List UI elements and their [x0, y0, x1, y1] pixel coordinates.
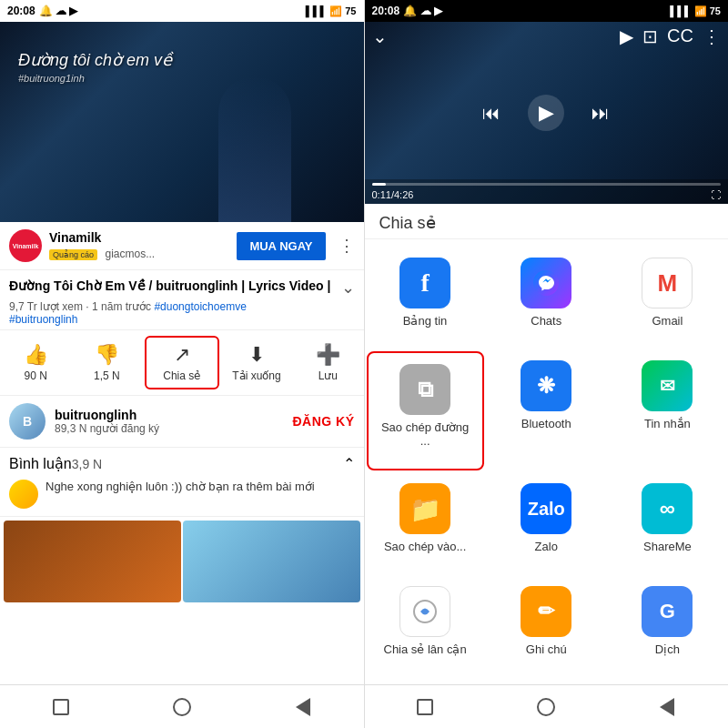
share-icon-nearby [399, 586, 450, 637]
share-header: Chia sẻ [365, 204, 729, 239]
share-icon-facebook: f [399, 258, 450, 308]
current-time: 0:11 [372, 189, 391, 200]
buy-now-button[interactable]: MUA NGAY [237, 232, 325, 260]
share-item-chats[interactable]: Chats [486, 247, 607, 349]
hashtag1[interactable]: #duongtoichoemve [154, 300, 246, 313]
channel-name[interactable]: buitruonglinh [55, 408, 292, 422]
fullscreen-icon[interactable]: ⛶ [711, 189, 721, 200]
ad-meta: Quảng cáo giacmos... [49, 245, 229, 261]
ad-handle: giacmos... [105, 248, 155, 260]
nav-square-icon [53, 699, 69, 715]
nav-square-button-right[interactable] [407, 689, 443, 725]
progress-bar[interactable] [372, 183, 722, 186]
dislike-button[interactable]: 👎 1,5 N [71, 338, 142, 388]
share-label-facebook: Bảng tin [403, 314, 447, 328]
share-label-nearby: Chia sẻ lân cận [384, 642, 467, 656]
download-icon: ⬇ [248, 343, 265, 367]
hashtag2[interactable]: #buitruonglinh [9, 313, 77, 326]
ad-tag: Quảng cáo [49, 249, 97, 260]
share-label-shareme: ShareMe [643, 540, 692, 553]
dislike-icon: 👎 [95, 343, 119, 367]
share-item-translate[interactable]: GDịch [607, 575, 728, 678]
nav-back-icon [296, 698, 310, 716]
share-label-copy-folder: Sao chép vào... [384, 540, 466, 553]
share-button[interactable]: ↗ Chia sẻ [145, 336, 219, 389]
nav-home-icon [173, 698, 191, 716]
ad-info: Vinamilk Quảng cáo giacmos... [49, 230, 229, 261]
player-minimize-icon[interactable]: ⌄ [372, 25, 388, 47]
share-item-zalo[interactable]: ZaloZalo [486, 472, 607, 575]
player-top-bar: ⌄ ▶ ⊡ CC ⋮ [365, 22, 729, 51]
player-more-icon[interactable]: ⋮ [703, 25, 721, 47]
share-icon-bluetooth: ❋ [521, 360, 571, 411]
comments-header: Bình luận 3,9 N ⌃ [9, 455, 355, 472]
nav-back-button[interactable] [285, 689, 321, 725]
share-item-bluetooth[interactable]: ❋Bluetooth [486, 349, 607, 473]
video-player[interactable]: ⌄ ▶ ⊡ CC ⋮ ⏮ ▶ ⏭ 0:11 [365, 22, 729, 204]
nav-home-icon-right [537, 698, 555, 716]
view-count: 9,7 Tr lượt xem · 1 năm trước [9, 300, 151, 313]
share-item-copy-link[interactable]: ⧉Sao chép đường ... [367, 351, 484, 471]
share-icon: ↗ [174, 343, 190, 367]
commenter-avatar [9, 480, 38, 509]
share-grid: fBảng tinChatsMGmail⧉Sao chép đường ...❋… [365, 239, 729, 684]
like-count: 90 N [24, 369, 46, 382]
thumbnail-row [0, 517, 364, 684]
status-time-left: 20:08 [7, 5, 35, 17]
share-item-nearby[interactable]: Chia sẻ lân cận [365, 575, 486, 678]
status-icons-left: 🔔 ☁ ▶ [39, 5, 78, 17]
player-right-controls: ▶ ⊡ CC ⋮ [620, 25, 721, 47]
share-item-facebook[interactable]: fBảng tin [365, 247, 486, 349]
subscribe-button[interactable]: ĐĂNG KÝ [292, 414, 354, 429]
status-time-right: 20:08 [372, 5, 400, 17]
share-item-notes[interactable]: ✏Ghi chú [486, 575, 607, 678]
status-right-left: ▌▌▌ 📶 75 [306, 5, 357, 17]
nav-square-icon-right [417, 699, 433, 715]
nav-bar-left [0, 684, 364, 728]
share-item-gmail[interactable]: MGmail [607, 247, 728, 349]
thumb-item-1[interactable] [4, 521, 181, 602]
thumb-item-2[interactable] [183, 521, 360, 602]
signal-icon: ▌▌▌ [306, 5, 327, 16]
nav-home-button-right[interactable] [528, 689, 564, 725]
share-icon-zalo: Zalo [521, 483, 571, 534]
share-label-copy-link: Sao chép đường ... [376, 420, 475, 448]
share-item-sms[interactable]: ✉Tin nhắn [607, 349, 728, 473]
channel-info: buitruonglinh 89,3 N người đăng ký [55, 408, 292, 435]
video-title: Đường Tôi Chờ Em Về / buitruonglinh | Ly… [9, 278, 341, 294]
channel-subs: 89,3 N người đăng ký [55, 422, 292, 435]
nav-home-button[interactable] [164, 689, 200, 725]
video-thumbnail[interactable]: Đường tôi chờ em về #buitruong1inh [0, 22, 364, 222]
ad-logo: Vinamilk [9, 229, 42, 262]
nav-back-button-right[interactable] [649, 689, 685, 725]
comments-sort-icon[interactable]: ⌃ [343, 455, 355, 472]
progress-fill [372, 183, 386, 186]
player-play-mini-icon[interactable]: ▶ [620, 25, 633, 47]
player-play-button[interactable]: ▶ [528, 95, 564, 131]
share-item-shareme[interactable]: ∞ShareMe [607, 472, 728, 575]
share-label-sms: Tin nhắn [644, 417, 691, 430]
ad-bar: Vinamilk Vinamilk Quảng cáo giacmos... M… [0, 222, 364, 270]
ad-more-button[interactable]: ⋮ [339, 236, 355, 256]
like-icon: 👍 [24, 343, 48, 367]
share-icon-gmail: M [642, 258, 693, 308]
status-right-left-group: 20:08 🔔 ☁ ▶ [372, 5, 442, 17]
player-background: ⌄ ▶ ⊡ CC ⋮ ⏮ ▶ ⏭ 0:11 [365, 22, 729, 204]
share-item-copy-folder[interactable]: 📁Sao chép vào... [365, 472, 486, 575]
status-bar-left: 20:08 🔔 ☁ ▶ ▌▌▌ 📶 75 [0, 0, 364, 22]
player-caption-icon[interactable]: CC [667, 25, 693, 47]
nav-square-button[interactable] [43, 689, 79, 725]
player-cast-icon[interactable]: ⊡ [642, 25, 658, 47]
dislike-count: 1,5 N [94, 369, 120, 382]
player-next-icon[interactable]: ⏭ [592, 103, 610, 124]
player-prev-icon[interactable]: ⏮ [482, 103, 500, 124]
save-button[interactable]: ➕ Lưu [292, 338, 363, 388]
battery-icon-right: 75 [710, 5, 721, 16]
chevron-down-icon[interactable]: ⌄ [341, 278, 355, 298]
video-title-section: Đường Tôi Chờ Em Về / buitruonglinh | Ly… [0, 270, 364, 330]
overlay-title: Đường tôi chờ em về [18, 49, 172, 72]
share-icon-translate: G [642, 586, 693, 637]
download-button[interactable]: ⬇ Tải xuống [221, 338, 292, 388]
download-label: Tải xuống [232, 369, 280, 382]
like-button[interactable]: 👍 90 N [0, 338, 71, 388]
